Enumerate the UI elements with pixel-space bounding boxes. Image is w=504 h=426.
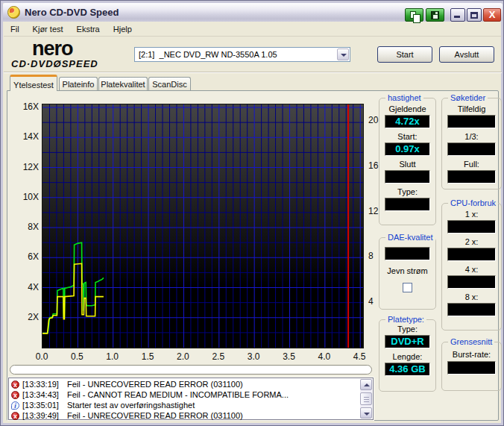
maximize-icon: [470, 12, 478, 19]
log-time: [13:35:01]: [22, 401, 59, 410]
app-window: Nero CD-DVD Speed X Fil Kjør test Ekstra…: [0, 0, 504, 426]
seek-full-label: Full:: [447, 160, 496, 169]
axis-tick-label: 2.0: [169, 351, 196, 362]
start-button[interactable]: Start: [377, 46, 432, 63]
logo-cddvd-text: CD·DVD: [11, 58, 54, 69]
disc-type-display: DVD+R: [385, 335, 430, 348]
group-cpu-usage: CPU-forbruk 1 x: 2 x: 4 x: 8 x:: [441, 203, 502, 331]
menu-fil[interactable]: Fil: [4, 22, 26, 36]
scroll-down-button[interactable]: [360, 407, 372, 419]
axis-tick-label: 14X: [12, 131, 39, 142]
burst-rate-label: Burst-rate:: [447, 350, 496, 359]
axis-tick-label: 0.0: [28, 351, 55, 362]
drive-select-value: [2:1] _NEC DVD_RW ND-3550A 1.05: [139, 50, 277, 59]
group-dae-title: DAE-kvalitet: [385, 233, 435, 242]
group-cpu-title: CPU-forbruk: [448, 198, 498, 207]
log-row[interactable]: x [13:34:43] Feil - CANNOT READ MEDIUM -…: [11, 390, 289, 401]
axis-tick-label: 1.5: [134, 351, 161, 362]
drive-select-dropdown-button[interactable]: [337, 48, 349, 60]
axis-tick-label: 3.5: [275, 351, 302, 362]
drive-select[interactable]: [2:1] _NEC DVD_RW ND-3550A 1.05: [134, 47, 350, 62]
scroll-up-button[interactable]: [360, 379, 372, 390]
logo-speed-glyph: Ø: [54, 58, 62, 69]
seek-third-label: 1/3:: [447, 132, 496, 141]
axis-tick-label: 2.5: [205, 351, 232, 362]
end-speed-display: [385, 170, 430, 184]
tab-plateinfo[interactable]: Plateinfo: [59, 77, 98, 91]
group-seek-title: Søketider: [448, 93, 488, 102]
axis-tick-label: 6X: [12, 251, 39, 262]
log-message: Feil - CANNOT READ MEDIUM - INCOMPATIBLE…: [67, 390, 289, 399]
cpu-1x-label: 1 x:: [447, 210, 496, 219]
smooth-stream-label: Jevn strøm: [385, 266, 430, 275]
end-speed-label: Slutt: [385, 160, 430, 169]
window-title: Nero CD-DVD Speed: [25, 7, 119, 18]
seek-random-display: [447, 115, 496, 128]
header: nero CD·DVDØSPEED [2:1] _NEC DVD_RW ND-3…: [4, 37, 502, 72]
cpu-4x-display: [447, 275, 496, 289]
maximize-button[interactable]: [467, 8, 482, 22]
logo-speed-text: SPEED: [62, 58, 98, 69]
tab-platekvalitet[interactable]: Platekvalitet: [98, 77, 148, 91]
log-time: [13:39:49]: [22, 411, 59, 420]
axis-tick-label: 10X: [12, 192, 39, 202]
chevron-down-icon: [341, 54, 347, 57]
tab-ytelsestest[interactable]: Ytelsestest: [10, 75, 57, 91]
cpu-8x-label: 8 x:: [447, 292, 496, 301]
axis-tick-label: 4.5: [346, 351, 373, 362]
start-speed-display: 0.97x: [385, 142, 430, 156]
disc-type-label: Type:: [385, 325, 430, 333]
error-icon: x: [11, 391, 19, 399]
dae-quality-display: [385, 247, 430, 260]
group-interface-title: Grensesnitt: [448, 337, 494, 346]
speed-chart: [42, 104, 363, 348]
current-speed-display: 4.72x: [385, 115, 430, 128]
axis-tick-label: 4.0: [311, 351, 338, 362]
speed-type-display: [385, 198, 430, 211]
exit-button[interactable]: Avslutt: [439, 46, 494, 63]
group-dae-quality: DAE-kvalitet Jevn strøm: [379, 237, 436, 310]
save-icon: [431, 11, 439, 19]
log-message: Starter test av overføringshastighet: [67, 401, 195, 410]
group-seek-times: Søketider Tilfeldig 1/3: Full:: [441, 98, 502, 189]
speed-chart-plot: [42, 104, 364, 348]
cpu-2x-label: 2 x:: [447, 237, 496, 246]
scroll-grip-icon: [364, 397, 369, 402]
save-button[interactable]: [426, 8, 444, 22]
menu-ekstra[interactable]: Ekstra: [70, 22, 107, 36]
cd-dvd-speed-logo: CD·DVDØSPEED: [11, 58, 98, 69]
smooth-stream-checkbox[interactable]: [403, 283, 412, 292]
group-speed-title: hastighet: [385, 93, 423, 102]
app-disc-icon: [7, 6, 20, 19]
axis-tick-label: 4X: [12, 282, 39, 292]
log-row[interactable]: x [13:39:49] Feil - UNRECOVERED READ ERR…: [11, 411, 243, 422]
axis-tick-label: 8X: [12, 222, 39, 232]
copy-to-clipboard-button[interactable]: [405, 8, 423, 22]
log-time: [13:33:19]: [22, 380, 59, 389]
close-button[interactable]: X: [483, 8, 501, 22]
test-progress-bar: [10, 365, 372, 375]
error-icon: x: [11, 380, 19, 389]
current-speed-label: Gjeldende: [385, 104, 430, 113]
group-disc-title: Platetype:: [385, 315, 426, 324]
menu-kjor-test[interactable]: Kjør test: [26, 22, 70, 36]
arrow-up-icon: [364, 383, 370, 386]
minimize-button[interactable]: [450, 8, 465, 22]
menu-hjelp[interactable]: Hjelp: [107, 22, 139, 36]
log-row[interactable]: x [13:33:19] Feil - UNRECOVERED READ ERR…: [11, 380, 243, 390]
log-row[interactable]: i [13:35:01] Starter test av overførings…: [11, 401, 195, 411]
cpu-8x-display: [447, 303, 496, 316]
title-bar[interactable]: Nero CD-DVD Speed X: [3, 3, 503, 22]
info-icon: i: [11, 401, 19, 410]
scroll-thumb[interactable]: [360, 392, 372, 405]
axis-tick-label: 3.0: [240, 351, 267, 362]
log-scrollbar[interactable]: [360, 379, 372, 419]
axis-tick-label: 1.0: [99, 351, 126, 362]
axis-tick-label: 0.5: [63, 351, 90, 362]
copy-icon: [410, 11, 416, 19]
nero-logo: nero: [32, 37, 73, 60]
seek-random-label: Tilfeldig: [447, 104, 496, 113]
arrow-down-icon: [364, 413, 370, 416]
tab-scandisc[interactable]: ScanDisc: [148, 77, 191, 91]
status-log: x [13:33:19] Feil - UNRECOVERED READ ERR…: [8, 378, 374, 420]
